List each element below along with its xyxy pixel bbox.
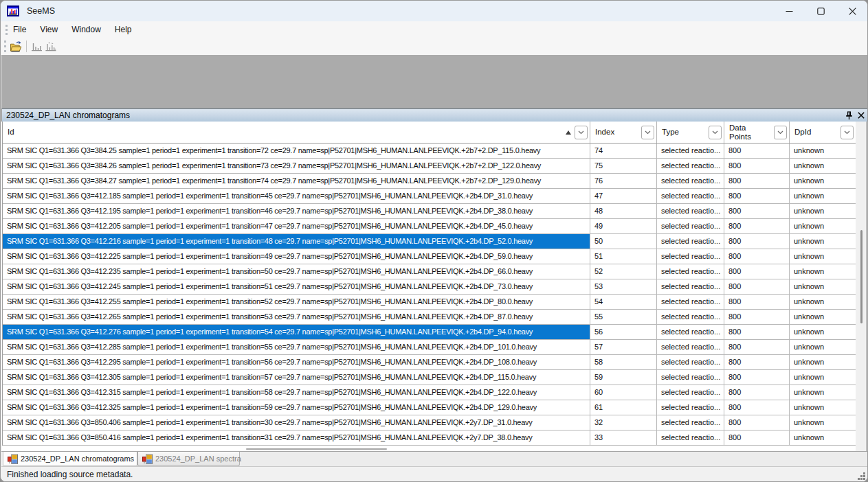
cell-data-points[interactable]: 800 — [724, 204, 790, 218]
cell-data-points[interactable]: 800 — [724, 325, 790, 339]
cell-index[interactable]: 48 — [590, 204, 657, 218]
cell-data-points[interactable]: 800 — [724, 174, 790, 188]
cell-dpid[interactable]: unknown — [790, 370, 856, 385]
cell-type[interactable]: selected reactio... — [657, 174, 724, 188]
cell-dpid[interactable]: unknown — [790, 325, 856, 339]
cell-type[interactable]: selected reactio... — [657, 144, 724, 158]
cell-type[interactable]: selected reactio... — [657, 264, 724, 279]
cell-index[interactable]: 47 — [590, 189, 657, 203]
cell-data-points[interactable]: 800 — [724, 400, 790, 415]
column-header-data-points[interactable]: Data Points — [724, 122, 790, 143]
cell-index[interactable]: 55 — [590, 310, 657, 324]
toolbar-grip[interactable] — [4, 41, 6, 52]
cell-data-points[interactable]: 800 — [724, 219, 790, 233]
cell-dpid[interactable]: unknown — [790, 234, 856, 249]
cell-index[interactable]: 32 — [590, 415, 657, 430]
table-row[interactable]: SRM SIC Q1=631.366 Q3=412.185 sample=1 p… — [3, 189, 856, 204]
cell-type[interactable]: selected reactio... — [657, 385, 724, 400]
table-row[interactable]: SRM SIC Q1=631.366 Q3=412.265 sample=1 p… — [3, 310, 856, 325]
table-row[interactable]: SRM SIC Q1=631.366 Q3=412.295 sample=1 p… — [3, 355, 856, 370]
tab-chromatograms[interactable]: 230524_DP_LAN chromatograms — [3, 452, 137, 466]
table-row[interactable]: SRM SIC Q1=631.366 Q3=384.25 sample=1 pe… — [3, 144, 856, 159]
cell-type[interactable]: selected reactio... — [657, 415, 724, 430]
cell-data-points[interactable]: 800 — [724, 295, 790, 309]
cell-type[interactable]: selected reactio... — [657, 295, 724, 309]
cell-data-points[interactable]: 800 — [724, 234, 790, 249]
column-header-type[interactable]: Type — [657, 122, 724, 143]
table-row[interactable]: SRM SIC Q1=631.366 Q3=412.205 sample=1 p… — [3, 219, 856, 234]
cell-type[interactable]: selected reactio... — [657, 340, 724, 354]
table-row[interactable]: SRM SIC Q1=631.366 Q3=412.195 sample=1 p… — [3, 204, 856, 219]
table-row[interactable]: SRM SIC Q1=631.366 Q3=850.406 sample=1 p… — [3, 415, 856, 431]
cell-index[interactable]: 50 — [590, 234, 657, 249]
cell-dpid[interactable]: unknown — [790, 415, 856, 430]
menu-help[interactable]: Help — [108, 21, 139, 38]
cell-type[interactable]: selected reactio... — [657, 204, 724, 218]
cell-index[interactable]: 49 — [590, 219, 657, 233]
cell-id[interactable]: SRM SIC Q1=631.366 Q3=412.285 sample=1 p… — [3, 340, 590, 354]
panel-close-button[interactable] — [856, 111, 866, 120]
cell-data-points[interactable]: 800 — [724, 340, 790, 354]
open-file-button[interactable] — [9, 40, 23, 54]
cell-type[interactable]: selected reactio... — [657, 431, 724, 445]
cell-id[interactable]: SRM SIC Q1=631.366 Q3=412.325 sample=1 p… — [3, 400, 590, 415]
cell-type[interactable]: selected reactio... — [657, 355, 724, 369]
cell-data-points[interactable]: 800 — [724, 355, 790, 369]
cell-dpid[interactable]: unknown — [790, 310, 856, 324]
cell-type[interactable]: selected reactio... — [657, 219, 724, 233]
horizontal-scrollbar-thumb[interactable] — [246, 448, 387, 450]
table-row[interactable]: SRM SIC Q1=631.366 Q3=412.305 sample=1 p… — [3, 370, 856, 385]
cell-data-points[interactable]: 800 — [724, 279, 790, 294]
cell-id[interactable]: SRM SIC Q1=631.366 Q3=412.216 sample=1 p… — [3, 234, 590, 249]
menu-file[interactable]: File — [6, 21, 33, 38]
cell-id[interactable]: SRM SIC Q1=631.366 Q3=384.26 sample=1 pe… — [3, 159, 590, 173]
cell-index[interactable]: 54 — [590, 295, 657, 309]
cell-dpid[interactable]: unknown — [790, 189, 856, 203]
cell-index[interactable]: 59 — [590, 370, 657, 385]
cell-dpid[interactable]: unknown — [790, 340, 856, 354]
cell-dpid[interactable]: unknown — [790, 385, 856, 400]
cell-type[interactable]: selected reactio... — [657, 325, 724, 339]
cell-id[interactable]: SRM SIC Q1=631.366 Q3=412.195 sample=1 p… — [3, 204, 590, 218]
cell-id[interactable]: SRM SIC Q1=631.366 Q3=384.27 sample=1 pe… — [3, 174, 590, 188]
chromatogram-list-button[interactable] — [30, 40, 43, 54]
table-row[interactable]: SRM SIC Q1=631.366 Q3=412.245 sample=1 p… — [3, 279, 856, 295]
column-filter-data-points[interactable] — [774, 126, 787, 139]
menu-view[interactable]: View — [33, 21, 65, 38]
column-header-index[interactable]: Index — [590, 122, 657, 143]
table-row[interactable]: SRM SIC Q1=631.366 Q3=384.26 sample=1 pe… — [3, 159, 856, 174]
cell-id[interactable]: SRM SIC Q1=631.366 Q3=384.25 sample=1 pe… — [3, 144, 590, 158]
cell-data-points[interactable]: 800 — [724, 249, 790, 264]
cell-id[interactable]: SRM SIC Q1=631.366 Q3=850.416 sample=1 p… — [3, 431, 590, 445]
cell-dpid[interactable]: unknown — [790, 249, 856, 264]
cell-data-points[interactable]: 800 — [724, 415, 790, 430]
cell-id[interactable]: SRM SIC Q1=631.366 Q3=412.185 sample=1 p… — [3, 189, 590, 203]
vertical-scrollbar[interactable] — [856, 122, 867, 451]
cell-id[interactable]: SRM SIC Q1=631.366 Q3=412.225 sample=1 p… — [3, 249, 590, 264]
tab-spectra[interactable]: 230524_DP_LAN spectra — [137, 452, 240, 466]
cell-index[interactable]: 74 — [590, 144, 657, 158]
cell-dpid[interactable]: unknown — [790, 355, 856, 369]
vertical-scrollbar-thumb[interactable] — [860, 230, 863, 323]
minimize-button[interactable] — [773, 1, 805, 21]
table-row[interactable]: SRM SIC Q1=631.366 Q3=384.27 sample=1 pe… — [3, 174, 856, 189]
cell-id[interactable]: SRM SIC Q1=631.366 Q3=412.305 sample=1 p… — [3, 370, 590, 385]
cell-id[interactable]: SRM SIC Q1=631.366 Q3=412.295 sample=1 p… — [3, 355, 590, 369]
spectrum-list-button[interactable] — [44, 40, 58, 54]
table-row[interactable]: SRM SIC Q1=631.366 Q3=412.285 sample=1 p… — [3, 340, 856, 355]
cell-type[interactable]: selected reactio... — [657, 310, 724, 324]
cell-dpid[interactable]: unknown — [790, 159, 856, 173]
table-row[interactable]: SRM SIC Q1=631.366 Q3=412.325 sample=1 p… — [3, 400, 856, 415]
cell-index[interactable]: 57 — [590, 340, 657, 354]
cell-index[interactable]: 52 — [590, 264, 657, 279]
cell-type[interactable]: selected reactio... — [657, 189, 724, 203]
horizontal-scrollbar[interactable] — [2, 446, 856, 451]
cell-id[interactable]: SRM SIC Q1=631.366 Q3=412.255 sample=1 p… — [3, 295, 590, 309]
cell-index[interactable]: 53 — [590, 279, 657, 294]
cell-data-points[interactable]: 800 — [724, 159, 790, 173]
cell-index[interactable]: 58 — [590, 355, 657, 369]
cell-id[interactable]: SRM SIC Q1=631.366 Q3=412.315 sample=1 p… — [3, 385, 590, 400]
cell-type[interactable]: selected reactio... — [657, 234, 724, 249]
cell-index[interactable]: 51 — [590, 249, 657, 264]
cell-type[interactable]: selected reactio... — [657, 249, 724, 264]
